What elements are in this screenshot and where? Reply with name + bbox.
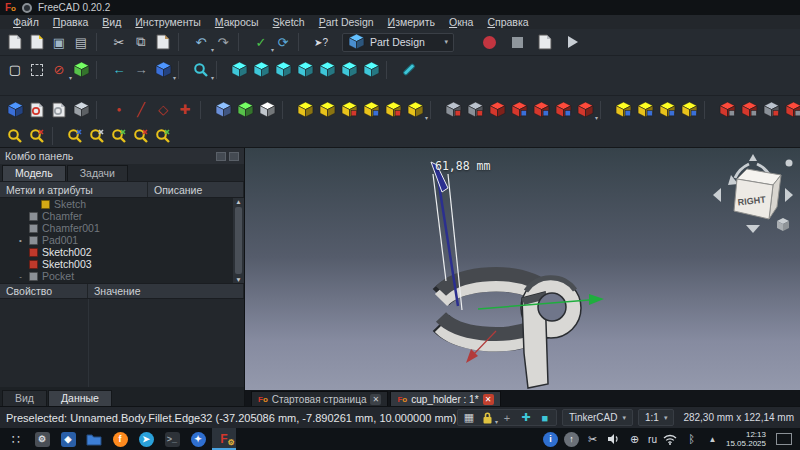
additive-pipe-icon[interactable] — [360, 99, 382, 121]
pocket-icon[interactable] — [442, 99, 464, 121]
telegram-slot[interactable]: ➤ — [134, 428, 158, 450]
fit-selection-icon[interactable] — [26, 59, 48, 81]
datum-plane-icon[interactable] — [212, 99, 234, 121]
clipboard-tray-icon[interactable]: ✂ — [585, 431, 600, 447]
point-icon[interactable]: ● — [108, 99, 130, 121]
mdi-tab-0[interactable]: FoСтартовая страница✕ — [251, 391, 388, 406]
measure-toggle-3d-icon[interactable] — [130, 125, 152, 147]
tab-data[interactable]: Данные — [48, 390, 112, 406]
menu-item-8[interactable]: Окна — [442, 16, 480, 28]
settings-icon[interactable]: ⚙ — [31, 428, 53, 450]
copy-icon[interactable]: ⧉ — [130, 31, 152, 53]
menu-item-9[interactable]: Справка — [480, 16, 535, 28]
workbench-selector[interactable]: Part Design▾ — [342, 33, 454, 52]
update-tray-icon[interactable]: ↑ — [564, 431, 579, 447]
nav-style-select[interactable]: TinkerCAD ▾ — [562, 409, 633, 426]
tab-tasks[interactable]: Задачи — [67, 165, 128, 181]
app-launcher-icon[interactable]: ∷ — [5, 428, 27, 450]
menu-item-2[interactable]: Вид — [95, 16, 128, 28]
software-store-slot[interactable]: ◈ — [56, 428, 80, 450]
multitransform-icon[interactable] — [678, 99, 700, 121]
tree-item-chamfer[interactable]: Chamfer — [0, 210, 244, 222]
create-sketch-icon[interactable] — [26, 99, 48, 121]
tray-expand-icon[interactable]: ▲ — [705, 431, 720, 447]
create-body-icon[interactable] — [4, 99, 26, 121]
wifi-tray-icon[interactable] — [663, 431, 678, 447]
freecad-taskbar-icon[interactable]: F⚙ — [213, 428, 235, 450]
combo-panel-header[interactable]: Комбо панель — [0, 148, 244, 164]
subtractive-primitive-icon[interactable]: ▾ — [574, 99, 596, 121]
file-manager-icon[interactable] — [83, 428, 105, 450]
menu-item-3[interactable]: Инструменты — [128, 16, 207, 28]
fit-all-icon[interactable]: ▢ — [4, 59, 26, 81]
new-file-icon[interactable] — [4, 31, 26, 53]
tree-scrollbar[interactable]: ▲ ▼ — [233, 198, 244, 283]
view-left-icon[interactable] — [360, 59, 382, 81]
measure-angular-icon[interactable] — [64, 125, 86, 147]
terminal-slot[interactable]: >_ — [160, 428, 184, 450]
subtractive-pipe-icon[interactable] — [530, 99, 552, 121]
line-icon[interactable]: ╱ — [130, 99, 152, 121]
settings-slot[interactable]: ⚙ — [30, 428, 54, 450]
keyboard-layout-indicator[interactable]: ru — [648, 431, 657, 447]
whatsthis-icon[interactable]: ➤? — [310, 31, 332, 53]
app-launcher-slot[interactable]: ∷ — [4, 428, 28, 450]
kde-app-icon[interactable]: ✦ — [187, 428, 209, 450]
view-isometric-icon[interactable] — [228, 59, 250, 81]
additive-primitive-icon[interactable]: ▾ — [404, 99, 426, 121]
open-file-icon[interactable] — [26, 31, 48, 53]
info-tray-icon[interactable]: i — [543, 431, 558, 447]
clipping-plane-icon[interactable]: ⊘▾ — [48, 59, 70, 81]
tree-item-sketch002[interactable]: Sketch002 — [0, 246, 244, 258]
tree-item-pocket[interactable]: -Pocket — [0, 270, 244, 282]
viewcube-toggle-icon[interactable]: ■ — [537, 410, 553, 425]
thickness-icon[interactable] — [782, 99, 800, 121]
fillet-icon[interactable] — [716, 99, 738, 121]
kde-app-slot[interactable]: ✦ — [186, 428, 210, 450]
subtractive-helix-icon[interactable] — [552, 99, 574, 121]
macro-play-icon[interactable] — [562, 31, 584, 53]
terminal-icon[interactable]: >_ — [161, 428, 183, 450]
nav-back-icon[interactable]: ← — [108, 59, 130, 81]
lock-icon[interactable]: ▾ — [480, 410, 496, 425]
refresh-icon[interactable]: ⟳ — [272, 31, 294, 53]
menu-item-7[interactable]: Измерить — [381, 16, 442, 28]
subtractive-loft-icon[interactable] — [508, 99, 530, 121]
shape-binder-icon[interactable] — [70, 99, 92, 121]
freecad-taskbar-slot[interactable]: F⚙ — [212, 428, 236, 450]
measure-refresh-icon[interactable] — [86, 125, 108, 147]
axis-cross-icon[interactable]: + — [499, 410, 515, 425]
file-manager-slot[interactable] — [82, 428, 106, 450]
tab-view[interactable]: Вид — [2, 390, 47, 406]
cut-icon[interactable]: ✂ — [108, 31, 130, 53]
close-icon[interactable]: ✕ — [483, 394, 494, 405]
polar-pattern-icon[interactable] — [656, 99, 678, 121]
tab-model[interactable]: Модель — [2, 165, 66, 181]
model-tree[interactable]: SketchChamferChamfer001•Pad001Sketch002S… — [0, 198, 244, 283]
panel-float-button[interactable] — [216, 152, 226, 161]
close-icon[interactable]: ✕ — [370, 394, 381, 405]
firefox-slot[interactable]: f — [108, 428, 132, 450]
zoom-icon[interactable]: ▾ — [190, 59, 212, 81]
scroll-up-icon[interactable]: ▲ — [235, 198, 241, 205]
save-file-icon[interactable]: ▣ — [48, 31, 70, 53]
menu-item-6[interactable]: Part Design — [312, 16, 381, 28]
3d-viewport[interactable]: 61,88 mm RIGHT — [245, 148, 800, 390]
volume-tray-icon[interactable] — [606, 431, 621, 447]
menu-item-1[interactable]: Правка — [46, 16, 95, 28]
measure-clear-all-icon[interactable] — [26, 125, 48, 147]
additive-helix-icon[interactable] — [382, 99, 404, 121]
tree-expander[interactable]: • — [16, 236, 25, 245]
nav-forward-icon[interactable]: → — [130, 59, 152, 81]
menu-item-4[interactable]: Макросы — [208, 16, 266, 28]
grid-snap-icon[interactable]: ▦ — [461, 410, 477, 425]
tree-item-chamfer001[interactable]: Chamfer001 — [0, 222, 244, 234]
refine-shape-icon[interactable] — [256, 99, 278, 121]
tree-expander[interactable]: - — [16, 272, 25, 281]
edit-sketch-icon[interactable] — [48, 99, 70, 121]
view-right-icon[interactable] — [294, 59, 316, 81]
macro-record-icon[interactable] — [478, 31, 500, 53]
tree-item-sketch003[interactable]: Sketch003 — [0, 258, 244, 270]
virtual-desktop-pager[interactable] — [776, 433, 792, 445]
undo-icon[interactable]: ↶▾ — [190, 31, 212, 53]
